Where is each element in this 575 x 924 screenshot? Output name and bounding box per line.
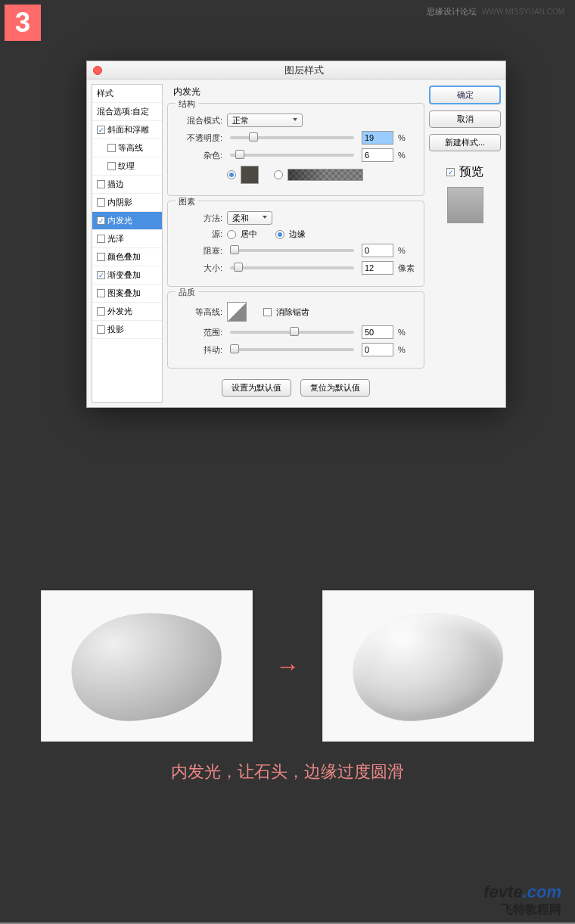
antialias-label: 消除锯齿 bbox=[276, 306, 309, 318]
structure-group: 结构 混合模式: 正常 不透明度: % 杂色: % bbox=[167, 103, 424, 196]
sidebar-checkbox-8[interactable]: ✓ bbox=[97, 271, 105, 279]
method-select[interactable]: 柔和 bbox=[227, 211, 272, 225]
sidebar-checkbox-11[interactable] bbox=[97, 325, 105, 334]
noise-input[interactable] bbox=[362, 148, 393, 162]
source-edge-radio[interactable] bbox=[275, 230, 284, 239]
sidebar-item-7[interactable]: 颜色叠加 bbox=[92, 248, 162, 266]
antialias-checkbox[interactable] bbox=[263, 308, 272, 316]
footer-sub: 飞特教程网 bbox=[483, 902, 561, 918]
before-image bbox=[41, 590, 253, 742]
size-slider[interactable] bbox=[230, 266, 354, 269]
sidebar-label-2: 纹理 bbox=[118, 160, 135, 172]
gradient-radio[interactable] bbox=[274, 170, 283, 179]
sidebar-checkbox-7[interactable] bbox=[97, 253, 105, 261]
sidebar-label-7: 颜色叠加 bbox=[107, 251, 141, 263]
opacity-slider[interactable] bbox=[230, 136, 354, 139]
sidebar-checkbox-10[interactable] bbox=[97, 307, 105, 316]
sidebar-label-6: 光泽 bbox=[107, 233, 124, 244]
footer-domain: .com bbox=[523, 882, 561, 901]
elements-group: 图素 方法: 柔和 源: 居中 边缘 阻塞: % bbox=[167, 201, 424, 287]
ok-button[interactable]: 确定 bbox=[429, 86, 501, 104]
glow-color-swatch[interactable] bbox=[241, 166, 259, 184]
sidebar-header-styles[interactable]: 样式 bbox=[92, 85, 162, 103]
size-input[interactable] bbox=[362, 261, 393, 275]
glow-gradient-swatch[interactable] bbox=[288, 169, 363, 181]
sidebar-label-1: 等高线 bbox=[118, 142, 143, 154]
step-badge: 3 bbox=[5, 5, 41, 41]
noise-unit: % bbox=[398, 151, 416, 160]
choke-slider[interactable] bbox=[230, 249, 354, 252]
size-unit: 像素 bbox=[398, 263, 416, 274]
sidebar-label-9: 图案叠加 bbox=[107, 288, 141, 299]
make-default-button[interactable]: 设置为默认值 bbox=[222, 379, 291, 397]
range-input[interactable] bbox=[362, 325, 393, 339]
sidebar-item-2[interactable]: 纹理 bbox=[92, 157, 162, 176]
blend-mode-select[interactable]: 正常 bbox=[227, 114, 303, 127]
sidebar-label-11: 投影 bbox=[107, 324, 124, 335]
styles-sidebar: 样式 混合选项:自定 ✓斜面和浮雕等高线纹理描边内阴影✓内发光光泽颜色叠加✓渐变… bbox=[92, 84, 163, 403]
sidebar-item-6[interactable]: 光泽 bbox=[92, 230, 162, 248]
choke-unit: % bbox=[398, 246, 416, 255]
footer-logo: fevte.com 飞特教程网 bbox=[483, 882, 561, 918]
sidebar-checkbox-6[interactable] bbox=[97, 235, 105, 243]
noise-label: 杂色: bbox=[176, 150, 222, 161]
cancel-button[interactable]: 取消 bbox=[429, 110, 501, 128]
color-radio[interactable] bbox=[227, 170, 236, 179]
sidebar-label-10: 外发光 bbox=[107, 306, 132, 317]
sidebar-header-blend[interactable]: 混合选项:自定 bbox=[92, 103, 162, 121]
after-image bbox=[322, 590, 534, 742]
sidebar-item-4[interactable]: 内阴影 bbox=[92, 194, 162, 212]
sidebar-label-3: 描边 bbox=[107, 179, 124, 190]
quality-legend: 品质 bbox=[176, 287, 198, 298]
elements-legend: 图素 bbox=[176, 196, 198, 207]
range-label: 范围: bbox=[176, 327, 222, 338]
sidebar-checkbox-1[interactable] bbox=[107, 144, 116, 152]
contour-label: 等高线: bbox=[176, 306, 222, 318]
jitter-input[interactable] bbox=[362, 343, 393, 356]
sidebar-checkbox-5[interactable]: ✓ bbox=[97, 216, 105, 225]
range-unit: % bbox=[398, 328, 416, 337]
layer-style-dialog: 图层样式 样式 混合选项:自定 ✓斜面和浮雕等高线纹理描边内阴影✓内发光光泽颜色… bbox=[86, 61, 506, 408]
sidebar-label-8: 渐变叠加 bbox=[107, 269, 141, 281]
sidebar-item-0[interactable]: ✓斜面和浮雕 bbox=[92, 121, 162, 139]
dialog-title: 图层样式 bbox=[102, 64, 505, 77]
sidebar-label-5: 内发光 bbox=[107, 215, 132, 226]
sidebar-checkbox-9[interactable] bbox=[97, 289, 105, 297]
sidebar-item-1[interactable]: 等高线 bbox=[92, 139, 162, 157]
opacity-input[interactable] bbox=[362, 131, 393, 145]
reset-default-button[interactable]: 复位为默认值 bbox=[300, 379, 370, 397]
sidebar-item-10[interactable]: 外发光 bbox=[92, 303, 162, 321]
sidebar-item-8[interactable]: ✓渐变叠加 bbox=[92, 266, 162, 285]
sidebar-label-0: 斜面和浮雕 bbox=[107, 124, 149, 135]
new-style-button[interactable]: 新建样式... bbox=[429, 134, 501, 151]
sidebar-item-11[interactable]: 投影 bbox=[92, 321, 162, 339]
preview-checkbox[interactable]: ✓ bbox=[446, 168, 455, 176]
preview-thumbnail bbox=[447, 187, 483, 223]
caption-text: 内发光，让石头，边缘过度圆滑 bbox=[0, 761, 575, 783]
opacity-unit: % bbox=[398, 133, 416, 142]
preview-label: 预览 bbox=[459, 164, 483, 180]
size-label: 大小: bbox=[176, 263, 222, 274]
blend-mode-label: 混合模式: bbox=[176, 115, 222, 126]
sidebar-item-9[interactable]: 图案叠加 bbox=[92, 285, 162, 303]
sidebar-checkbox-0[interactable]: ✓ bbox=[97, 126, 105, 134]
sidebar-item-5[interactable]: ✓内发光 bbox=[92, 212, 162, 230]
close-icon[interactable] bbox=[93, 66, 102, 75]
choke-label: 阻塞: bbox=[176, 245, 222, 257]
source-center-label: 居中 bbox=[241, 229, 257, 240]
noise-slider[interactable] bbox=[230, 154, 354, 157]
contour-picker[interactable] bbox=[227, 302, 247, 322]
source-center-radio[interactable] bbox=[227, 230, 236, 239]
arrow-icon: → bbox=[275, 652, 300, 680]
range-slider[interactable] bbox=[230, 331, 354, 334]
titlebar: 图层样式 bbox=[87, 61, 505, 79]
sidebar-checkbox-4[interactable] bbox=[97, 198, 105, 207]
panel-heading: 内发光 bbox=[173, 86, 424, 98]
comparison-row: → bbox=[0, 590, 575, 742]
sidebar-checkbox-3[interactable] bbox=[97, 180, 105, 188]
watermark: 思缘设计论坛 WWW.MISSYUAN.COM bbox=[427, 6, 564, 17]
choke-input[interactable] bbox=[362, 244, 393, 257]
jitter-slider[interactable] bbox=[230, 348, 354, 351]
sidebar-checkbox-2[interactable] bbox=[107, 162, 116, 170]
sidebar-item-3[interactable]: 描边 bbox=[92, 176, 162, 194]
